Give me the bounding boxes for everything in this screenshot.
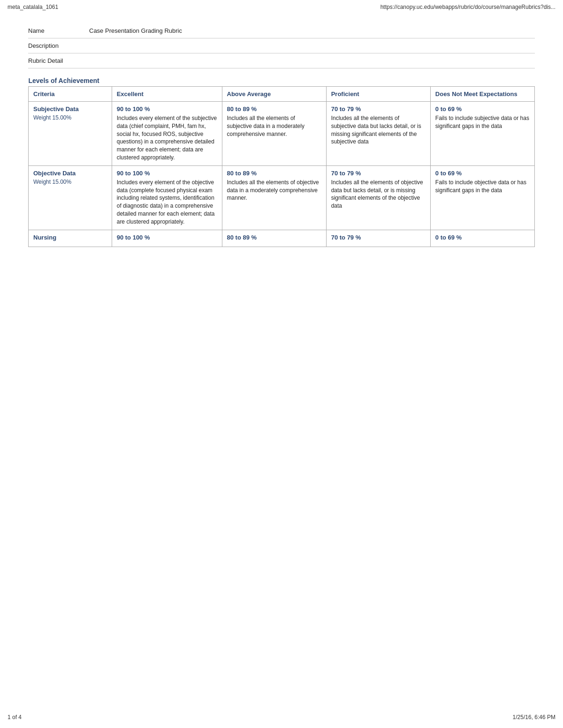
score-desc-notmeet-0: Fails to include subjective data or has … [435, 115, 529, 129]
cell-excellent-2: 90 to 100 % [112, 230, 222, 247]
name-label: Name [28, 27, 89, 34]
cell-proficient-2: 70 to 79 % [326, 230, 430, 247]
col-header-excellent: Excellent [112, 87, 222, 102]
score-range-excellent-0: 90 to 100 % [117, 105, 217, 113]
score-range-above-0: 80 to 89 % [227, 105, 321, 113]
score-desc-proficient-1: Includes all the elements of objective d… [331, 179, 423, 209]
score-range-proficient-1: 70 to 79 % [331, 170, 426, 177]
cell-above-0: 80 to 89 %Includes all the elements of s… [222, 102, 326, 166]
col-header-above: Above Average [222, 87, 326, 102]
score-range-excellent-1: 90 to 100 % [117, 170, 217, 177]
score-desc-proficient-0: Includes all the elements of subjective … [331, 115, 421, 145]
cell-excellent-1: 90 to 100 %Includes every element of the… [112, 165, 222, 230]
col-header-notmeet: Does Not Meet Expectations [430, 87, 534, 102]
cell-proficient-0: 70 to 79 %Includes all the elements of s… [326, 102, 430, 166]
score-range-proficient-0: 70 to 79 % [331, 105, 426, 113]
criteria-weight-1: Weight 15.00% [33, 179, 107, 185]
page-number: 1 of 4 [8, 714, 22, 720]
criteria-cell-0: Subjective DataWeight 15.00% [29, 102, 112, 166]
cell-above-2: 80 to 89 % [222, 230, 326, 247]
col-header-criteria: Criteria [29, 87, 112, 102]
score-range-proficient-2: 70 to 79 % [331, 234, 426, 241]
rubric-detail-label: Rubric Detail [28, 57, 89, 64]
url-display: https://canopy.uc.edu/webapps/rubric/do/… [380, 4, 555, 10]
score-desc-above-0: Includes all the elements of subjective … [227, 115, 304, 137]
score-desc-notmeet-1: Fails to include objective data or has s… [435, 179, 526, 194]
criteria-title-0: Subjective Data [33, 105, 79, 113]
levels-header: Levels of Achievement [29, 72, 99, 87]
cell-excellent-0: 90 to 100 %Includes every element of the… [112, 102, 222, 166]
cell-above-1: 80 to 89 %Includes all the elements of o… [222, 165, 326, 230]
score-desc-excellent-0: Includes every element of the subjective… [117, 115, 217, 161]
score-range-notmeet-0: 0 to 69 % [435, 105, 530, 113]
col-header-proficient: Proficient [326, 87, 430, 102]
score-range-notmeet-1: 0 to 69 % [435, 170, 530, 177]
cell-notmeet-1: 0 to 69 %Fails to include objective data… [430, 165, 534, 230]
timestamp: 1/25/16, 6:46 PM [513, 714, 555, 720]
criteria-title-1: Objective Data [33, 170, 76, 177]
rubric-table: Levels of Achievement Criteria Excellent… [28, 73, 535, 247]
score-range-notmeet-2: 0 to 69 % [435, 234, 530, 241]
criteria-cell-2: Nursing [29, 230, 112, 247]
cell-notmeet-2: 0 to 69 % [430, 230, 534, 247]
rubric-name: Case Presentation Grading Rubric [89, 27, 182, 34]
score-range-above-1: 80 to 89 % [227, 170, 321, 177]
score-desc-above-1: Includes all the elements of objective d… [227, 179, 319, 202]
criteria-weight-0: Weight 15.00% [33, 114, 107, 121]
score-range-above-2: 80 to 89 % [227, 234, 321, 241]
criteria-cell-1: Objective DataWeight 15.00% [29, 165, 112, 230]
description-label: Description [28, 42, 89, 49]
score-desc-excellent-1: Includes every element of the objective … [117, 179, 215, 225]
criteria-title-2: Nursing [33, 234, 56, 241]
tab-title: meta_catalala_1061 [8, 4, 58, 10]
cell-notmeet-0: 0 to 69 %Fails to include subjective dat… [430, 102, 534, 166]
score-range-excellent-2: 90 to 100 % [117, 234, 217, 241]
cell-proficient-1: 70 to 79 %Includes all the elements of o… [326, 165, 430, 230]
